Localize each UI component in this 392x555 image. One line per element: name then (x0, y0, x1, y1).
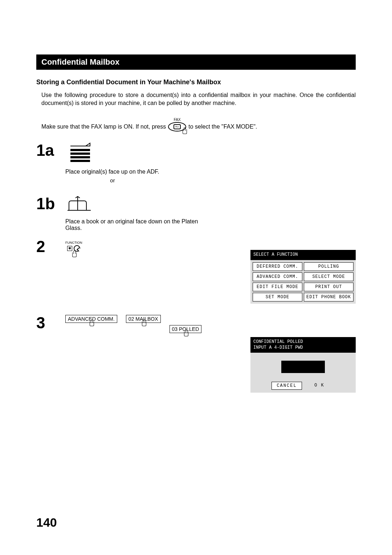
press-hand-icon (183, 332, 188, 340)
step-number-1b: 1b (36, 196, 65, 212)
step-number-3: 3 (36, 315, 65, 331)
step-1a-text: Place original(s) face up on the ADF. (65, 169, 356, 175)
lcd-option-deferred-comm[interactable]: DEFERRED COMM. (253, 262, 302, 271)
fax-button[interactable]: FAX ℻ (168, 122, 186, 131)
function-label: FUNCTION (65, 241, 82, 244)
password-input-field[interactable] (281, 361, 325, 373)
step-number-1a: 1a (36, 142, 65, 158)
lcd-option-select-mode[interactable]: SELECT MODE (304, 272, 354, 281)
svg-rect-3 (70, 160, 90, 162)
step-1b: 1b Place a book or an original face down… (36, 196, 356, 231)
subheading: Storing a Confidential Document in Your … (36, 78, 356, 86)
press-hand-icon (71, 252, 77, 260)
lcd-panel-confidential-polled: CONFIDENTIAL POLLED INPUT A 4-DIGIT PWD … (250, 337, 356, 393)
svg-rect-1 (70, 153, 90, 155)
press-hand-icon (181, 129, 187, 137)
star-icon: ✱ (67, 246, 72, 251)
svg-rect-2 (70, 156, 90, 158)
step-number-2: 2 (36, 239, 65, 255)
press-hand-icon (88, 321, 94, 329)
step-1b-text: Place a book or an original face down on… (65, 218, 203, 231)
lcd-option-advanced-comm[interactable]: ADVANCED COMM. (253, 272, 302, 281)
lcd-option-set-mode[interactable]: SET MODE (253, 293, 302, 301)
press-hand-icon (140, 321, 146, 329)
step-3: 3 ADVANCED COMM. 02 MAILBOX 03 POLLED (36, 315, 356, 333)
lcd-header: CONFIDENTIAL POLLED INPUT A 4-DIGIT PWD (250, 337, 356, 353)
lcd-option-edit-phone-book[interactable]: EDIT PHONE BOOK (304, 293, 354, 301)
cancel-button[interactable]: CANCEL (271, 382, 302, 390)
lcd-option-print-out[interactable]: PRINT OUT (304, 283, 354, 291)
step-1a: 1a Place original(s) face up on the ADF.… (36, 142, 356, 189)
fax-button-label: FAX (174, 118, 181, 122)
function-button[interactable]: FUNCTION ✱ (65, 241, 82, 260)
lcd-option-polling[interactable]: POLLING (304, 262, 354, 271)
lcd-header: SELECT A FUNCTION (250, 250, 356, 260)
intro-paragraph: Use the following procedure to store a d… (41, 91, 356, 108)
or-text: or (65, 177, 160, 183)
adf-icon (68, 142, 93, 166)
ok-button[interactable]: O K (304, 382, 335, 390)
svg-rect-0 (70, 149, 90, 151)
fax-inner-icon: ℻ (173, 124, 181, 129)
platen-icon (68, 196, 93, 215)
page-number: 140 (36, 515, 57, 530)
lcd-option-edit-file-mode[interactable]: EDIT FILE MODE (253, 283, 302, 291)
lcd-header-line2: INPUT A 4-DIGIT PWD (253, 345, 353, 351)
lcd-panel-select-function: SELECT A FUNCTION DEFERRED COMM. POLLING… (250, 250, 356, 304)
section-title: Confidential Mailbox (36, 54, 356, 70)
fax-instruction-line: Make sure that the FAX lamp is ON. If no… (41, 122, 356, 131)
lcd-header-line1: CONFIDENTIAL POLLED (253, 339, 353, 345)
fax-line-post: to select the "FAX MODE". (188, 123, 257, 130)
fax-line-pre: Make sure that the FAX lamp is ON. If no… (41, 123, 166, 130)
